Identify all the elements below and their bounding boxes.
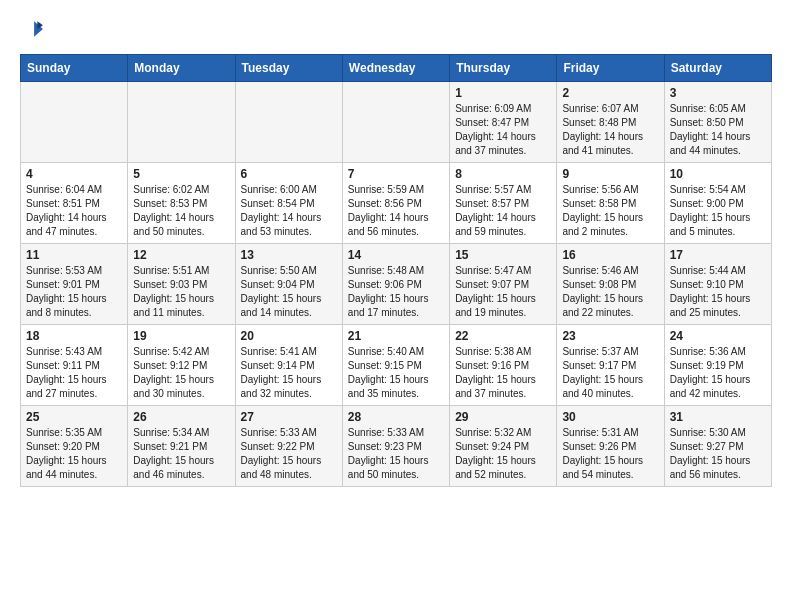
day-number: 19 [133, 329, 229, 343]
day-number: 7 [348, 167, 444, 181]
calendar-week-row: 18Sunrise: 5:43 AM Sunset: 9:11 PM Dayli… [21, 325, 772, 406]
calendar-cell: 14Sunrise: 5:48 AM Sunset: 9:06 PM Dayli… [342, 244, 449, 325]
day-info: Sunrise: 5:54 AM Sunset: 9:00 PM Dayligh… [670, 183, 766, 239]
weekday-header-friday: Friday [557, 55, 664, 82]
calendar-cell: 4Sunrise: 6:04 AM Sunset: 8:51 PM Daylig… [21, 163, 128, 244]
calendar-cell: 18Sunrise: 5:43 AM Sunset: 9:11 PM Dayli… [21, 325, 128, 406]
day-info: Sunrise: 5:50 AM Sunset: 9:04 PM Dayligh… [241, 264, 337, 320]
day-number: 31 [670, 410, 766, 424]
calendar-cell: 25Sunrise: 5:35 AM Sunset: 9:20 PM Dayli… [21, 406, 128, 487]
calendar-week-row: 25Sunrise: 5:35 AM Sunset: 9:20 PM Dayli… [21, 406, 772, 487]
day-info: Sunrise: 5:31 AM Sunset: 9:26 PM Dayligh… [562, 426, 658, 482]
day-number: 12 [133, 248, 229, 262]
day-number: 15 [455, 248, 551, 262]
calendar-cell [235, 82, 342, 163]
day-number: 27 [241, 410, 337, 424]
calendar-header-row: SundayMondayTuesdayWednesdayThursdayFrid… [21, 55, 772, 82]
calendar-cell: 22Sunrise: 5:38 AM Sunset: 9:16 PM Dayli… [450, 325, 557, 406]
calendar-cell: 3Sunrise: 6:05 AM Sunset: 8:50 PM Daylig… [664, 82, 771, 163]
calendar-cell: 7Sunrise: 5:59 AM Sunset: 8:56 PM Daylig… [342, 163, 449, 244]
day-info: Sunrise: 5:34 AM Sunset: 9:21 PM Dayligh… [133, 426, 229, 482]
day-number: 5 [133, 167, 229, 181]
calendar-cell: 28Sunrise: 5:33 AM Sunset: 9:23 PM Dayli… [342, 406, 449, 487]
day-number: 18 [26, 329, 122, 343]
weekday-header-sunday: Sunday [21, 55, 128, 82]
day-info: Sunrise: 6:05 AM Sunset: 8:50 PM Dayligh… [670, 102, 766, 158]
header [20, 18, 772, 44]
day-info: Sunrise: 5:53 AM Sunset: 9:01 PM Dayligh… [26, 264, 122, 320]
weekday-header-saturday: Saturday [664, 55, 771, 82]
day-info: Sunrise: 5:51 AM Sunset: 9:03 PM Dayligh… [133, 264, 229, 320]
calendar-table: SundayMondayTuesdayWednesdayThursdayFrid… [20, 54, 772, 487]
calendar-cell [128, 82, 235, 163]
day-number: 22 [455, 329, 551, 343]
calendar-cell: 9Sunrise: 5:56 AM Sunset: 8:58 PM Daylig… [557, 163, 664, 244]
weekday-header-monday: Monday [128, 55, 235, 82]
day-info: Sunrise: 5:36 AM Sunset: 9:19 PM Dayligh… [670, 345, 766, 401]
day-number: 3 [670, 86, 766, 100]
day-info: Sunrise: 5:35 AM Sunset: 9:20 PM Dayligh… [26, 426, 122, 482]
day-info: Sunrise: 5:46 AM Sunset: 9:08 PM Dayligh… [562, 264, 658, 320]
calendar-week-row: 1Sunrise: 6:09 AM Sunset: 8:47 PM Daylig… [21, 82, 772, 163]
calendar-cell: 8Sunrise: 5:57 AM Sunset: 8:57 PM Daylig… [450, 163, 557, 244]
calendar-week-row: 4Sunrise: 6:04 AM Sunset: 8:51 PM Daylig… [21, 163, 772, 244]
calendar-cell: 1Sunrise: 6:09 AM Sunset: 8:47 PM Daylig… [450, 82, 557, 163]
calendar-cell: 11Sunrise: 5:53 AM Sunset: 9:01 PM Dayli… [21, 244, 128, 325]
calendar-cell [342, 82, 449, 163]
day-number: 30 [562, 410, 658, 424]
calendar-cell: 21Sunrise: 5:40 AM Sunset: 9:15 PM Dayli… [342, 325, 449, 406]
day-info: Sunrise: 5:33 AM Sunset: 9:22 PM Dayligh… [241, 426, 337, 482]
day-number: 2 [562, 86, 658, 100]
page: SundayMondayTuesdayWednesdayThursdayFrid… [0, 0, 792, 505]
calendar-cell: 10Sunrise: 5:54 AM Sunset: 9:00 PM Dayli… [664, 163, 771, 244]
logo-icon [22, 18, 44, 40]
day-number: 6 [241, 167, 337, 181]
day-info: Sunrise: 6:00 AM Sunset: 8:54 PM Dayligh… [241, 183, 337, 239]
calendar-cell: 17Sunrise: 5:44 AM Sunset: 9:10 PM Dayli… [664, 244, 771, 325]
day-info: Sunrise: 6:07 AM Sunset: 8:48 PM Dayligh… [562, 102, 658, 158]
day-info: Sunrise: 5:30 AM Sunset: 9:27 PM Dayligh… [670, 426, 766, 482]
day-info: Sunrise: 5:40 AM Sunset: 9:15 PM Dayligh… [348, 345, 444, 401]
day-number: 14 [348, 248, 444, 262]
day-number: 20 [241, 329, 337, 343]
day-number: 1 [455, 86, 551, 100]
calendar-cell: 12Sunrise: 5:51 AM Sunset: 9:03 PM Dayli… [128, 244, 235, 325]
day-number: 23 [562, 329, 658, 343]
calendar-cell: 24Sunrise: 5:36 AM Sunset: 9:19 PM Dayli… [664, 325, 771, 406]
day-number: 10 [670, 167, 766, 181]
calendar-week-row: 11Sunrise: 5:53 AM Sunset: 9:01 PM Dayli… [21, 244, 772, 325]
day-number: 24 [670, 329, 766, 343]
day-info: Sunrise: 5:33 AM Sunset: 9:23 PM Dayligh… [348, 426, 444, 482]
day-info: Sunrise: 5:37 AM Sunset: 9:17 PM Dayligh… [562, 345, 658, 401]
day-number: 29 [455, 410, 551, 424]
calendar-cell: 15Sunrise: 5:47 AM Sunset: 9:07 PM Dayli… [450, 244, 557, 325]
day-info: Sunrise: 5:41 AM Sunset: 9:14 PM Dayligh… [241, 345, 337, 401]
calendar-cell: 30Sunrise: 5:31 AM Sunset: 9:26 PM Dayli… [557, 406, 664, 487]
day-info: Sunrise: 5:32 AM Sunset: 9:24 PM Dayligh… [455, 426, 551, 482]
day-number: 4 [26, 167, 122, 181]
logo [20, 18, 44, 44]
day-number: 11 [26, 248, 122, 262]
day-info: Sunrise: 5:59 AM Sunset: 8:56 PM Dayligh… [348, 183, 444, 239]
day-info: Sunrise: 6:02 AM Sunset: 8:53 PM Dayligh… [133, 183, 229, 239]
day-number: 26 [133, 410, 229, 424]
calendar-cell [21, 82, 128, 163]
day-number: 21 [348, 329, 444, 343]
day-info: Sunrise: 5:47 AM Sunset: 9:07 PM Dayligh… [455, 264, 551, 320]
day-number: 9 [562, 167, 658, 181]
day-info: Sunrise: 6:09 AM Sunset: 8:47 PM Dayligh… [455, 102, 551, 158]
weekday-header-wednesday: Wednesday [342, 55, 449, 82]
calendar-cell: 23Sunrise: 5:37 AM Sunset: 9:17 PM Dayli… [557, 325, 664, 406]
calendar-cell: 2Sunrise: 6:07 AM Sunset: 8:48 PM Daylig… [557, 82, 664, 163]
day-info: Sunrise: 6:04 AM Sunset: 8:51 PM Dayligh… [26, 183, 122, 239]
calendar-cell: 27Sunrise: 5:33 AM Sunset: 9:22 PM Dayli… [235, 406, 342, 487]
day-info: Sunrise: 5:42 AM Sunset: 9:12 PM Dayligh… [133, 345, 229, 401]
calendar-cell: 6Sunrise: 6:00 AM Sunset: 8:54 PM Daylig… [235, 163, 342, 244]
day-number: 16 [562, 248, 658, 262]
calendar-cell: 31Sunrise: 5:30 AM Sunset: 9:27 PM Dayli… [664, 406, 771, 487]
calendar-cell: 16Sunrise: 5:46 AM Sunset: 9:08 PM Dayli… [557, 244, 664, 325]
calendar-cell: 20Sunrise: 5:41 AM Sunset: 9:14 PM Dayli… [235, 325, 342, 406]
day-info: Sunrise: 5:57 AM Sunset: 8:57 PM Dayligh… [455, 183, 551, 239]
day-number: 25 [26, 410, 122, 424]
calendar-cell: 29Sunrise: 5:32 AM Sunset: 9:24 PM Dayli… [450, 406, 557, 487]
